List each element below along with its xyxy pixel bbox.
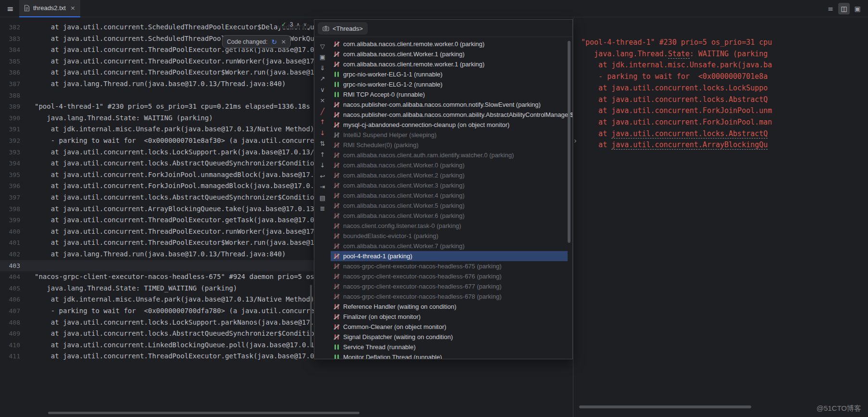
filter-icon[interactable]: ▽	[318, 42, 327, 51]
thread-row[interactable]: com.alibaba.nacos.client.remote.worker.1…	[331, 59, 568, 69]
editor-line[interactable]: 400 at java.util.concurrent.ThreadPoolEx…	[0, 226, 314, 238]
thread-row[interactable]: nacos.publisher-com.alibaba.nacos.common…	[331, 110, 568, 120]
editor-line[interactable]: 403	[0, 260, 314, 272]
thread-row[interactable]: Reference Handler (waiting on condition)	[331, 302, 568, 312]
thread-row[interactable]: com.alibaba.nacos.client.Worker.0 (parki…	[331, 160, 568, 170]
scroll-up-icon[interactable]: ↑	[318, 150, 327, 159]
stack-frame-link[interactable]: java.util.concurrent.locks.AbstractQ	[611, 129, 768, 139]
editor-line-text[interactable]: "pool-4-thread-1" #230 prio=5 os_prio=31…	[35, 101, 310, 113]
editor-line[interactable]: 392 - parking to wait for <0x0000000701e…	[0, 135, 314, 147]
editor-line-text[interactable]: at java.util.concurrent.ForkJoinPool.unm…	[35, 169, 314, 181]
details-icon[interactable]: ≣	[318, 204, 327, 213]
editor-list-icon[interactable]: ≡	[825, 3, 836, 14]
toast-close-icon[interactable]: ×	[281, 38, 286, 45]
thread-row[interactable]: RMI TCP Accept-0 (runnable)	[331, 89, 568, 100]
thread-row[interactable]: mysql-cj-abandoned-connection-cleanup (o…	[331, 120, 568, 130]
editor-line[interactable]: 382 at java.util.concurrent.ScheduledThr…	[0, 22, 314, 33]
thread-row[interactable]: com.alibaba.nacos.client.Worker.2 (parki…	[331, 170, 568, 180]
thread-row[interactable]: nacos-grpc-client-executor-nacos-headles…	[331, 281, 568, 291]
editor-line[interactable]: 385 at java.util.concurrent.ThreadPoolEx…	[0, 56, 314, 67]
open-in-new-icon[interactable]: ↗	[318, 75, 327, 83]
editor-line[interactable]: 404"nacos-grpc-client-executor-nacos-hea…	[0, 271, 314, 283]
editor-line[interactable]: 393 at java.util.concurrent.locks.LockSu…	[0, 147, 314, 158]
thread-row[interactable]: com.alibaba.nacos.client.auth.ram.identi…	[331, 150, 568, 160]
thread-row[interactable]: RMI Scheduler(0) (parking)	[331, 140, 568, 150]
editor-line[interactable]: 401 at java.util.concurrent.ThreadPoolEx…	[0, 237, 314, 249]
editor-line-text[interactable]: - parking to wait for <0x0000000700dfa78…	[35, 305, 314, 317]
thread-row[interactable]: nacos-grpc-client-executor-nacos-headles…	[331, 271, 568, 281]
editor-line-text[interactable]: at java.util.concurrent.locks.AbstractQu…	[35, 158, 314, 169]
editor-line[interactable]: 406 at jdk.internal.misc.Unsafe.park(jav…	[0, 294, 314, 305]
next-occurrence-icon[interactable]: ↓	[318, 128, 327, 137]
scroll-down-icon[interactable]: ↓	[318, 161, 327, 170]
editor-line[interactable]: 405 java.lang.Thread.State: TIMED_WAITIN…	[0, 283, 314, 294]
copy-icon[interactable]: ▣	[318, 53, 327, 62]
inspections-widget[interactable]: ✓ 3 ∧ ∨	[278, 20, 310, 29]
thread-row[interactable]: nacos.publisher-com.alibaba.nacos.common…	[331, 100, 568, 110]
editor-line-text[interactable]: - parking to wait for <0x0000000701e8af3…	[35, 135, 314, 147]
editor-line-text[interactable]: at java.util.concurrent.locks.LockSuppor…	[35, 147, 314, 158]
thread-row[interactable]: grpc-nio-worker-ELG-1-1 (runnable)	[331, 69, 568, 79]
thread-row[interactable]: Finalizer (on object monitor)	[331, 312, 568, 322]
editor-line-text[interactable]: java.lang.Thread.State: TIMED_WAITING (p…	[35, 283, 237, 294]
thread-row[interactable]: Monitor Deflation Thread (runnable)	[331, 352, 568, 359]
editor-line[interactable]: 388	[0, 90, 314, 101]
editor-line-text[interactable]: at java.util.concurrent.LinkedBlockingQu…	[35, 340, 314, 351]
editor-line-text[interactable]: "nacos-grpc-client-executor-nacos-headle…	[35, 271, 314, 283]
editor-line[interactable]: 410 at java.util.concurrent.LinkedBlocki…	[0, 340, 314, 351]
editor-line[interactable]: 408 at java.util.concurrent.locks.LockSu…	[0, 317, 314, 329]
thread-row[interactable]: nacos-grpc-client-executor-nacos-headles…	[331, 261, 568, 271]
thread-row[interactable]: Service Thread (runnable)	[331, 342, 568, 352]
editor-line-text[interactable]: at jdk.internal.misc.Unsafe.park(java.ba…	[35, 124, 314, 135]
indent-icon[interactable]: ⇥	[318, 183, 327, 191]
editor-line[interactable]: 389"pool-4-thread-1" #230 prio=5 os_prio…	[0, 101, 314, 113]
thread-row[interactable]: com.alibaba.nacos.client.Worker.5 (parki…	[331, 201, 568, 211]
thread-row[interactable]: grpc-nio-worker-ELG-1-2 (runnable)	[331, 79, 568, 89]
thread-row[interactable]: com.alibaba.nacos.client.Worker.7 (parki…	[331, 241, 568, 251]
editor-line-text[interactable]: at java.util.concurrent.ThreadPoolExecut…	[35, 67, 314, 78]
tab-close-icon[interactable]: ×	[70, 4, 75, 12]
thread-row[interactable]: nacos-grpc-client-executor-nacos-headles…	[331, 291, 568, 302]
editor-line[interactable]: 411 at java.util.concurrent.ThreadPoolEx…	[0, 351, 314, 362]
editor-line-text[interactable]: at java.util.concurrent.ThreadPoolExecut…	[35, 351, 314, 362]
editor-line-text[interactable]: at java.util.concurrent.ThreadPoolExecut…	[35, 237, 314, 249]
editor-line[interactable]: 391 at jdk.internal.misc.Unsafe.park(jav…	[0, 124, 314, 135]
editor-line[interactable]: 407 - parking to wait for <0x0000000700d…	[0, 305, 314, 317]
editor-line-text[interactable]: at java.util.concurrent.ArrayBlockingQue…	[35, 203, 314, 215]
stack-frame-link[interactable]: State	[668, 50, 690, 59]
editor-line-text[interactable]: at java.util.concurrent.locks.AbstractQu…	[35, 328, 314, 340]
editor-line[interactable]: 390 java.lang.Thread.State: WAITING (par…	[0, 113, 314, 124]
editor-line[interactable]: 396 at java.util.concurrent.ForkJoinPool…	[0, 180, 314, 192]
editor-line-text[interactable]: at java.util.concurrent.ScheduledThreadP…	[35, 22, 314, 33]
editor-tab-threads2[interactable]: threads2.txt ×	[19, 0, 80, 17]
editor-horizontal-scrollbar[interactable]	[48, 412, 360, 414]
thread-row[interactable]: com.alibaba.nacos.client.Worker.4 (parki…	[331, 190, 568, 201]
editor-line-text[interactable]: at java.util.concurrent.locks.AbstractQu…	[35, 192, 314, 203]
expand-icon[interactable]: ⇓	[318, 63, 327, 72]
editor-line-text[interactable]: at jdk.internal.misc.Unsafe.park(java.ba…	[35, 294, 314, 305]
layout-panel-icon[interactable]: ▣	[852, 3, 863, 14]
editor-line[interactable]: 409 at java.util.concurrent.locks.Abstra…	[0, 328, 314, 340]
collapse-all-icon[interactable]: ∨	[318, 85, 327, 94]
thread-row[interactable]: com.alibaba.nacos.client.remote.worker.0…	[331, 39, 568, 49]
editor-line-text[interactable]: at java.lang.Thread.run(java.base@17.0.1…	[35, 249, 286, 260]
thread-row[interactable]: IntelliJ Suspend Helper (sleeping)	[331, 130, 568, 140]
print-icon[interactable]: ▤	[318, 193, 327, 202]
threads-list-scrollbar[interactable]	[568, 41, 570, 243]
delete-icon[interactable]: ×	[318, 96, 327, 105]
editor-line[interactable]: 398 at java.util.concurrent.ArrayBlockin…	[0, 203, 314, 215]
next-problem-icon[interactable]: ∨	[303, 22, 307, 27]
thread-row[interactable]: com.alibaba.nacos.client.Worker.1 (parki…	[331, 49, 568, 59]
splitter-expand-icon[interactable]: ›	[574, 137, 577, 145]
previous-occurrence-icon[interactable]: ↑	[318, 118, 327, 126]
thread-row[interactable]: com.alibaba.nacos.client.Worker.6 (parki…	[331, 211, 568, 221]
editor-line-text[interactable]: at java.util.concurrent.ThreadPoolExecut…	[35, 226, 314, 238]
thread-row[interactable]: nacos.client.config.listener.task-0 (par…	[331, 221, 568, 231]
detail-horizontal-scrollbar[interactable]	[579, 405, 751, 408]
editor-line-text[interactable]: at java.lang.Thread.run(java.base@17.0.1…	[35, 78, 286, 90]
thread-row[interactable]: Signal Dispatcher (waiting on condition)	[331, 332, 568, 342]
editor-line-text[interactable]: at java.util.concurrent.ThreadPoolExecut…	[35, 215, 314, 226]
highlight-icon[interactable]: ╱	[318, 107, 327, 115]
soft-wrap-icon[interactable]: ↩	[318, 172, 327, 180]
editor-line-text[interactable]: at java.util.concurrent.ThreadPoolExecut…	[35, 56, 314, 67]
